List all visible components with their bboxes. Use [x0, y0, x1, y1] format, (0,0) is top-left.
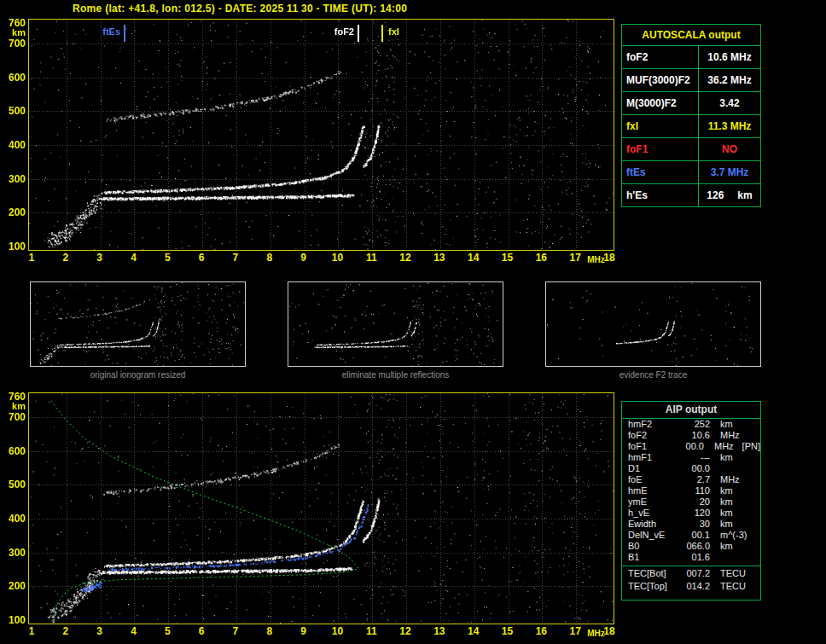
autoscala-row: M(3000)F23.42: [622, 92, 760, 115]
x-tick-label: 11: [362, 625, 381, 637]
x-tick-label: 13: [430, 252, 449, 264]
top-ionogram-panel: ftEsfoF2fxI: [28, 19, 614, 251]
aip-row: hmE110km: [622, 485, 760, 496]
autoscala-row-value: 126km: [699, 184, 760, 206]
aip-row-unit: km: [710, 419, 733, 430]
x-tick-label: 6: [192, 252, 211, 264]
aip-row-value: 014.2: [676, 581, 710, 592]
y-tick-label: 700: [2, 411, 26, 423]
y-axis-unit-label: km: [2, 27, 26, 38]
aip-row: hmF2252km: [622, 419, 760, 430]
aip-row-label: hmF1: [628, 452, 676, 463]
aip-row-unit: km: [710, 485, 733, 496]
aip-row-label: ymE: [628, 496, 676, 508]
autoscala-row-label: h'Es: [622, 184, 699, 206]
aip-row-value: 120: [676, 508, 710, 519]
x-tick-label: 3: [90, 252, 109, 264]
aip-row-unit: km: [710, 452, 733, 463]
x-tick-label: 15: [498, 625, 517, 637]
aip-row-label: foE: [628, 474, 676, 485]
x-tick-label: 8: [260, 625, 279, 637]
aip-row: foF210.6MHz: [622, 430, 760, 441]
thumbnail-multiple-reflections: [288, 281, 503, 367]
autoscala-row-label: M(3000)F2: [622, 92, 699, 114]
x-tick-label: 12: [396, 252, 415, 264]
y-tick-label: 500: [2, 105, 26, 117]
aip-row-label: DelN_vE: [628, 530, 676, 541]
aip-row: Ewidth30km: [622, 519, 760, 530]
foF2-marker-label: foF2: [334, 26, 354, 37]
thumbnail-reflections-canvas: [288, 282, 503, 366]
aip-row-value: 066.0: [676, 541, 710, 552]
x-tick-label: 16: [532, 625, 550, 637]
ftEs-marker-label: ftEs: [102, 26, 120, 37]
aip-table-rows: hmF2252kmfoF210.6MHzfoF100.0MHz[PN]hmF1-…: [622, 419, 760, 592]
aip-row-label: B1: [628, 552, 676, 563]
aip-row-extra: [PN]: [734, 441, 760, 452]
aip-row: TEC[Bot]007.2TECU: [622, 566, 760, 581]
aip-row: ymE20km: [622, 496, 760, 508]
x-axis-unit-label: MHz: [587, 629, 605, 638]
x-tick-label: 4: [124, 625, 143, 637]
aip-row-label: hmE: [628, 485, 676, 496]
aip-output-panel: AIP output hmF2252kmfoF210.6MHzfoF100.0M…: [621, 401, 761, 600]
x-tick-label: 7: [226, 252, 245, 264]
x-tick-label: 5: [158, 252, 177, 264]
x-tick-label: 15: [498, 252, 517, 264]
autoscala-row-value: 11.3 MHz: [699, 115, 760, 137]
x-tick-label: 16: [532, 252, 550, 264]
aip-row-label: h_vE: [628, 508, 676, 519]
x-tick-label: 5: [158, 625, 177, 637]
aip-row-unit: km: [710, 541, 733, 552]
ftEs-marker-line: [124, 25, 125, 42]
aip-row-value: 01.6: [676, 552, 710, 563]
aip-row: B0066.0km: [622, 541, 760, 552]
autoscala-row-value: 36.2 MHz: [699, 69, 760, 91]
aip-row-value: 252: [676, 419, 710, 430]
aip-row: h_vE120km: [622, 508, 760, 519]
thumbnail-original-canvas: [31, 282, 245, 366]
x-tick-label: 4: [124, 252, 143, 264]
y-tick-label: 400: [2, 139, 26, 151]
x-tick-label: 9: [294, 625, 313, 637]
aip-row-unit: [710, 463, 720, 474]
aip-header: AIP output: [622, 402, 760, 419]
x-tick-label: 12: [396, 625, 415, 637]
x-tick-label: 17: [566, 252, 585, 264]
x-tick-label: 6: [192, 625, 211, 637]
y-tick-label: 200: [2, 206, 26, 218]
aip-row-value: 20: [676, 496, 710, 508]
aip-row-unit: TECU: [710, 581, 746, 592]
aip-row: DelN_vE00.1m^(-3): [622, 530, 760, 541]
aip-row-label: B0: [628, 541, 676, 552]
x-tick-label: 7: [226, 625, 245, 637]
aip-row-unit: [710, 552, 720, 563]
aip-row-label: TEC[Top]: [628, 581, 676, 592]
aip-row-unit: MHz: [704, 441, 734, 452]
x-tick-label: 2: [56, 625, 75, 637]
aip-row-label: Ewidth: [628, 519, 676, 530]
foF2-marker-line: [358, 25, 359, 42]
autoscala-header: AUTOSCALA output: [622, 25, 760, 46]
x-tick-label: 10: [328, 252, 346, 264]
thumbnail-caption-f2trace: evidence F2 trace: [545, 370, 761, 380]
autoscala-row-value: NO: [699, 138, 760, 160]
thumbnail-caption-reflections: eliminate multiple reflections: [288, 370, 503, 380]
aip-row-value: 00.1: [676, 530, 710, 541]
aip-row-unit: TECU: [710, 568, 746, 581]
top-ionogram-canvas: [29, 20, 614, 250]
autoscala-row-label: ftEs: [622, 161, 699, 183]
bottom-ionogram-panel: [28, 392, 614, 624]
aip-row-label: TEC[Bot]: [628, 568, 676, 581]
aip-row-value: 10.6: [676, 430, 710, 441]
x-tick-label: 2: [56, 252, 75, 264]
autoscala-row: foF1NO: [622, 138, 760, 161]
thumbnail-f2-trace: [545, 281, 761, 367]
aip-row-unit: km: [710, 519, 733, 530]
aip-row-label: D1: [628, 463, 676, 474]
aip-row-value: 007.2: [676, 568, 710, 581]
y-tick-label: 100: [2, 241, 26, 252]
aip-row: foE2.7MHz: [622, 474, 760, 485]
autoscala-row-value: 3.42: [699, 92, 760, 114]
aip-row: B101.6: [622, 552, 760, 563]
